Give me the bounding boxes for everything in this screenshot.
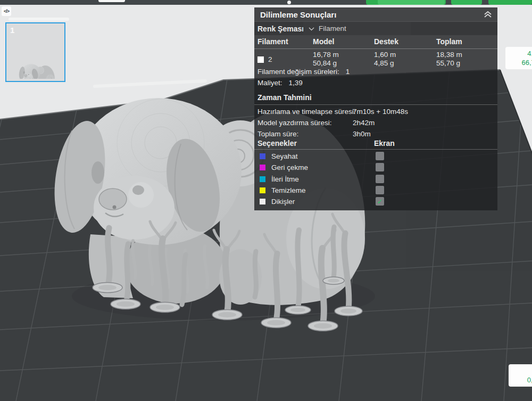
option-color-swatch [260,165,265,170]
legend-max-values: 417 66,76 [505,47,532,69]
option-label: İleri İtme [271,175,299,183]
legend-min-values: 1 0,20 [509,364,532,387]
option-checkbox[interactable]: ✓ [376,197,384,206]
filament-color-swatch [257,56,264,63]
color-scheme-row: Renk Şeması Filament [254,22,497,35]
options-display-header: Ekran [374,139,395,148]
legend-max-line2: 66,76 [510,58,532,67]
time-value: 2h42m [353,119,375,127]
time-label: Toplam süre: [257,130,298,138]
slice-button-partial[interactable] [366,0,446,5]
support-length: 1,60 m [374,51,396,59]
filament-change-value: 1 [346,68,350,76]
option-checkbox[interactable] [376,175,384,183]
option-row-travel: Seyahat [254,151,497,162]
filament-change-label: Filament değişim süreleri: [257,68,339,76]
filament-change-row: Filament değişim süreleri: 1 [254,66,497,77]
slicer-preview-screen: { "top_bar": { "code_icon_glyph": "</>" … [0,0,532,401]
th-total: Toplam [436,37,462,46]
th-filament: Filament [257,37,288,46]
check-icon: ✓ [377,198,383,206]
option-row-retract: Geri çekme [254,162,497,173]
gcode-view-button[interactable]: </> [2,6,11,16]
option-checkbox[interactable] [376,152,384,160]
color-scheme-dropdown[interactable]: Filament [303,22,411,35]
cost-label: Maliyet: [257,79,282,87]
option-label: Dikişler [271,198,295,206]
cost-value: 1,39 [289,79,303,87]
divider [254,48,497,49]
filament-id: 2 [268,55,272,64]
option-checkbox[interactable] [376,186,384,194]
time-row: Model yazdırma süresi: 2h42m [254,117,497,128]
print-button-partial[interactable] [451,0,482,5]
option-row-unretract: İleri İtme [254,174,497,185]
chevron-down-icon [309,27,314,31]
option-checkbox[interactable] [376,163,384,171]
legend-min-line2: 0,20 [513,375,532,384]
status-dot [287,1,291,4]
top-app-strip [0,0,532,5]
color-scheme-value: Filament [319,24,346,32]
option-row-seams: Dikişler ✓ [254,196,497,207]
time-value: 3h0m [353,130,371,138]
divider [254,149,497,150]
divider [254,104,497,105]
time-row: Hazırlama ve timelapse süresi: 7m10s + 1… [254,106,497,117]
legend-min-line1: 1 [513,366,532,375]
option-color-swatch [260,153,265,159]
color-scheme-label: Renk Şeması [257,24,304,33]
plate-handle-slot [93,79,207,88]
time-label: Hazırlama ve timelapse süresi: [257,108,356,116]
option-color-swatch [260,199,265,204]
th-model: Model [313,37,334,46]
legend-max-line1: 417 [510,49,532,58]
collapse-panel-icon[interactable] [484,11,492,18]
panel-header: Dilimleme Sonuçları [254,7,497,22]
th-support: Destek [374,37,398,46]
option-label: Seyahat [271,152,298,160]
top-tab-sliver [98,0,125,2]
total-length: 18,38 m [436,51,462,59]
plate-thumbnail[interactable]: 1 [5,22,65,82]
panel-title: Dilimleme Sonuçları [260,10,336,19]
slicing-results-panel: Dilimleme Sonuçları Renk Şeması Filament… [254,7,497,210]
option-color-swatch [260,176,265,182]
plate-thumbnail-preview [6,23,62,79]
filament-table-header: Filament Model Destek Toplam [254,36,497,47]
time-label: Model yazdırma süresi: [257,119,332,127]
option-color-swatch [260,187,265,193]
time-value: 7m10s + 10m48s [353,108,408,116]
plate-number-label: 1 [10,26,14,35]
export-button-partial[interactable] [488,0,532,5]
code-icon: </> [4,9,9,14]
plate-list-scrollbar[interactable] [9,18,69,21]
filament-table-row: 2 16,78 m 50,84 g 1,60 m 4,85 g 18,38 m … [254,51,497,68]
option-label: Temizleme [271,186,306,194]
option-row-wipe: Temizleme [254,185,497,196]
time-section-header: Zaman Tahmini [254,92,497,103]
model-length: 16,78 m [313,51,339,59]
cost-row: Maliyet: 1,39 [254,77,497,88]
option-label: Geri çekme [271,163,308,171]
options-section-header: Seçenekler Ekran [254,137,497,149]
options-title: Seçenekler [257,139,297,148]
time-section-title: Zaman Tahmini [257,93,312,102]
